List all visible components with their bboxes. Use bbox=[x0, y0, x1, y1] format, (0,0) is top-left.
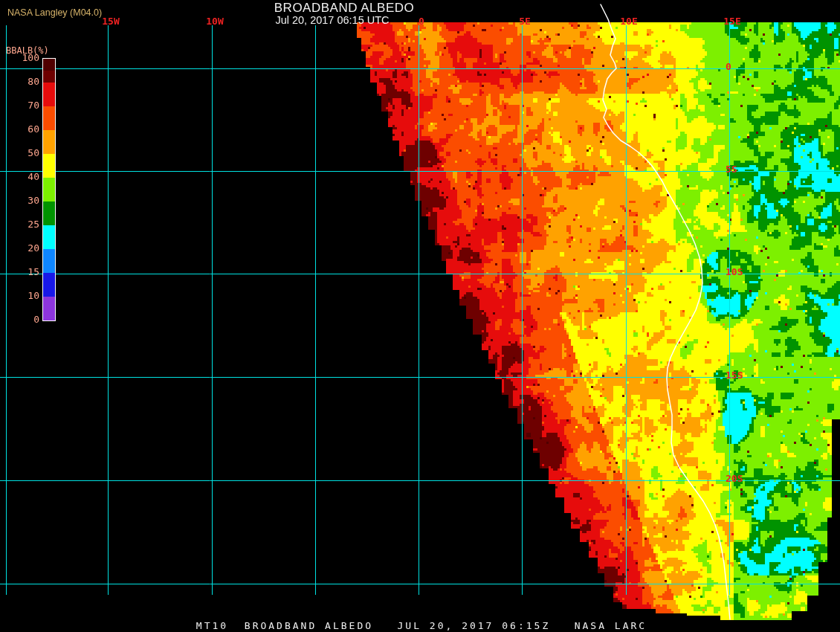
colorbar-segment bbox=[43, 154, 55, 178]
colorbar-tick-label: 40 bbox=[12, 171, 39, 182]
colorbar-segment bbox=[43, 297, 55, 320]
colorbar-tick-label: 20 bbox=[12, 242, 39, 254]
colorbar-segment bbox=[43, 178, 55, 201]
colorbar-tick-label: 70 bbox=[12, 100, 39, 111]
colorbar-segment bbox=[43, 59, 55, 71]
colorbar-tick-label: 0 bbox=[12, 314, 39, 325]
timestamp-subtitle: Jul 20, 2017 06:15 UTC bbox=[275, 14, 389, 26]
colorbar-tick-label: 50 bbox=[12, 147, 39, 158]
latitude-label: 20S bbox=[726, 473, 743, 484]
albedo-map-canvas bbox=[0, 0, 840, 632]
colorbar-segment bbox=[43, 249, 55, 273]
longitude-label: 0 bbox=[419, 16, 424, 27]
colorbar-segment bbox=[43, 106, 55, 130]
page-title: BROADBAND ALBEDO bbox=[274, 1, 414, 16]
latitude-label: 10S bbox=[726, 266, 743, 277]
albedo-map-product: NASA Langley (M04.0) BROADBAND ALBEDO Ju… bbox=[0, 0, 840, 632]
colorbar-tick-label: 60 bbox=[12, 123, 39, 135]
colorbar-tick-label: 30 bbox=[12, 195, 39, 206]
longitude-label: 15W bbox=[102, 16, 119, 27]
colorbar-segment bbox=[43, 83, 55, 106]
colorbar-segment bbox=[43, 201, 55, 225]
latitude-label: 0 bbox=[726, 61, 731, 72]
colorbar-tick-label: 10 bbox=[12, 290, 39, 301]
latitude-label: 5S bbox=[726, 164, 737, 175]
credit-label: NASA Langley (M04.0) bbox=[7, 7, 102, 18]
colorbar-segment bbox=[43, 71, 55, 83]
longitude-label: 5E bbox=[519, 16, 531, 27]
footer-caption: MT10 BROADBAND ALBEDO JUL 20, 2017 06:15… bbox=[196, 620, 647, 631]
colorbar-tick-label: 80 bbox=[12, 76, 39, 87]
longitude-label: 10W bbox=[206, 16, 223, 27]
colorbar-tick-label: 15 bbox=[12, 266, 39, 277]
colorbar-tick-label: 25 bbox=[12, 219, 39, 230]
colorbar-segment bbox=[43, 130, 55, 154]
longitude-label: 15E bbox=[723, 16, 740, 27]
colorbar bbox=[42, 58, 56, 321]
colorbar-tick-label: 100 bbox=[12, 52, 39, 63]
latitude-label: 15S bbox=[726, 370, 743, 381]
colorbar-segment bbox=[43, 225, 55, 249]
colorbar-segment bbox=[43, 273, 55, 297]
longitude-label: 10E bbox=[620, 16, 637, 27]
